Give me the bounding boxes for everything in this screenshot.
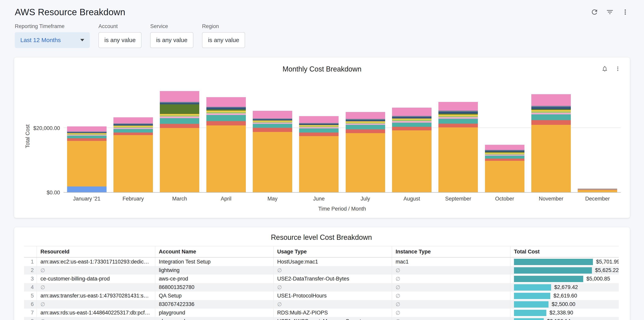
resource-id-cell[interactable]: ∅ <box>37 266 155 274</box>
bar-segment[interactable] <box>485 156 524 159</box>
bar-segment[interactable] <box>114 135 153 192</box>
bar-segment[interactable] <box>67 138 106 141</box>
bar-segment[interactable] <box>485 161 524 192</box>
bar-segment[interactable] <box>299 116 338 123</box>
stacked-bar-7[interactable] <box>346 80 385 192</box>
stacked-bar-12[interactable] <box>578 80 617 192</box>
bar-segment[interactable] <box>438 102 478 111</box>
bar-segment[interactable] <box>253 132 292 192</box>
bar-segment[interactable] <box>160 128 199 192</box>
bar-segment[interactable] <box>299 136 338 192</box>
stacked-bar-4[interactable] <box>206 80 246 192</box>
timeframe-dropdown[interactable]: Last 12 Months <box>15 32 90 48</box>
bar-segment[interactable] <box>531 107 571 109</box>
bar-segment[interactable] <box>206 108 246 109</box>
bar-segment[interactable] <box>160 118 199 124</box>
region-filter-button[interactable]: is any value <box>202 32 245 48</box>
bar-segment[interactable] <box>392 127 432 130</box>
total-cost-cell[interactable]: $5,000.85 <box>510 274 619 283</box>
bar-segment[interactable] <box>114 117 153 123</box>
filter-button[interactable] <box>605 7 615 17</box>
usage-type-cell[interactable]: ∅ <box>274 266 392 274</box>
account-name-cell[interactable]: 830767422336 <box>155 300 274 308</box>
stacked-bar-1[interactable] <box>67 80 106 192</box>
bar-segment[interactable] <box>160 103 199 104</box>
column-header[interactable]: Usage Type <box>274 246 392 257</box>
bar-segment[interactable] <box>531 94 571 106</box>
bar-segment[interactable] <box>114 129 153 133</box>
bar-segment[interactable] <box>578 190 617 192</box>
bar-segment[interactable] <box>392 123 432 127</box>
usage-type-cell[interactable]: ∅ <box>274 300 392 308</box>
bar-segment[interactable] <box>67 141 106 186</box>
bar-segment[interactable] <box>485 159 524 161</box>
account-name-cell[interactable]: playground <box>155 308 274 317</box>
column-header[interactable]: Total Cost <box>510 246 619 257</box>
bar-segment[interactable] <box>346 133 385 192</box>
bar-segment[interactable] <box>531 113 571 114</box>
bar-segment[interactable] <box>114 133 153 135</box>
total-cost-cell[interactable]: $2,338.90 <box>510 308 619 317</box>
instance-type-cell[interactable]: ∅ <box>392 317 510 320</box>
stacked-bar-5[interactable] <box>253 80 292 192</box>
account-name-cell[interactable]: QA Setup <box>155 291 274 300</box>
bar-segment[interactable] <box>67 126 106 132</box>
total-cost-cell[interactable]: $2,619.60 <box>510 291 619 300</box>
bar-segment[interactable] <box>160 104 199 114</box>
instance-type-cell[interactable]: ∅ <box>392 300 510 308</box>
bar-segment[interactable] <box>438 115 478 116</box>
usage-type-cell[interactable]: ∅ <box>274 283 392 291</box>
instance-type-cell[interactable]: mac1 <box>392 257 510 266</box>
bar-segment[interactable] <box>299 128 338 133</box>
chart-more-menu-button[interactable] <box>613 64 623 74</box>
account-filter-button[interactable]: is any value <box>98 32 142 48</box>
resource-id-cell[interactable]: arn:aws:rds:us-east-1:448640225317:db:pc… <box>37 308 155 317</box>
bar-segment[interactable] <box>206 115 246 121</box>
bar-segment[interactable] <box>392 130 432 192</box>
total-cost-cell[interactable]: $2,156.14 <box>510 317 619 320</box>
bar-segment[interactable] <box>485 145 524 150</box>
bar-segment[interactable] <box>253 111 292 119</box>
instance-type-cell[interactable]: ∅ <box>392 291 510 300</box>
usage-type-cell[interactable]: USE2-DataTransfer-Out-Bytes <box>274 274 392 283</box>
resource-id-cell[interactable]: arn:aws:ec2:us-east-1:733017110293:dedic… <box>37 257 155 266</box>
service-filter-button[interactable]: is any value <box>150 32 193 48</box>
bar-segment[interactable] <box>206 97 246 107</box>
account-name-cell[interactable]: Integration Test Setup <box>155 257 274 266</box>
account-name-cell[interactable]: aws-ce-prod <box>155 274 274 283</box>
bar-segment[interactable] <box>346 120 385 121</box>
account-name-cell[interactable]: lightwing <box>155 266 274 274</box>
resource-id-cell[interactable]: ∅ <box>37 317 155 320</box>
bar-segment[interactable] <box>392 117 432 119</box>
bar-segment[interactable] <box>253 124 292 128</box>
bar-segment[interactable] <box>531 110 571 111</box>
bar-segment[interactable] <box>299 133 338 136</box>
bar-segment[interactable] <box>346 125 385 129</box>
stacked-bar-3[interactable] <box>160 80 199 192</box>
resource-id-cell[interactable]: ∅ <box>37 283 155 291</box>
usage-type-cell[interactable]: USE1-AWSSecretsManager-Secrets <box>274 317 392 320</box>
more-menu-button[interactable] <box>620 7 630 17</box>
total-cost-cell[interactable]: $2,500.00 <box>510 300 619 308</box>
column-header[interactable]: Instance Type <box>392 246 510 257</box>
bar-segment[interactable] <box>160 124 199 128</box>
bar-segment[interactable] <box>67 186 106 192</box>
account-name-cell[interactable]: playground <box>155 317 274 320</box>
instance-type-cell[interactable]: ∅ <box>392 266 510 274</box>
instance-type-cell[interactable]: ∅ <box>392 274 510 283</box>
alerts-button[interactable] <box>600 64 610 74</box>
bar-segment[interactable] <box>438 127 478 192</box>
total-cost-cell[interactable]: $5,701.99 <box>510 257 619 266</box>
bar-segment[interactable] <box>531 114 571 120</box>
total-cost-cell[interactable]: $5,625.22 <box>510 266 619 274</box>
resource-id-cell[interactable]: arn:aws:transfer:us-east-1:479370281431:… <box>37 291 155 300</box>
bar-segment[interactable] <box>206 121 246 126</box>
stacked-bar-6[interactable] <box>299 80 338 192</box>
bar-segment[interactable] <box>346 129 385 133</box>
bar-segment[interactable] <box>392 121 432 123</box>
stacked-bar-11[interactable] <box>531 80 571 192</box>
bar-segment[interactable] <box>438 117 478 119</box>
bar-segment[interactable] <box>160 91 199 102</box>
usage-type-cell[interactable]: RDS:Multi-AZ-PIOPS <box>274 308 392 317</box>
bar-segment[interactable] <box>438 124 478 127</box>
